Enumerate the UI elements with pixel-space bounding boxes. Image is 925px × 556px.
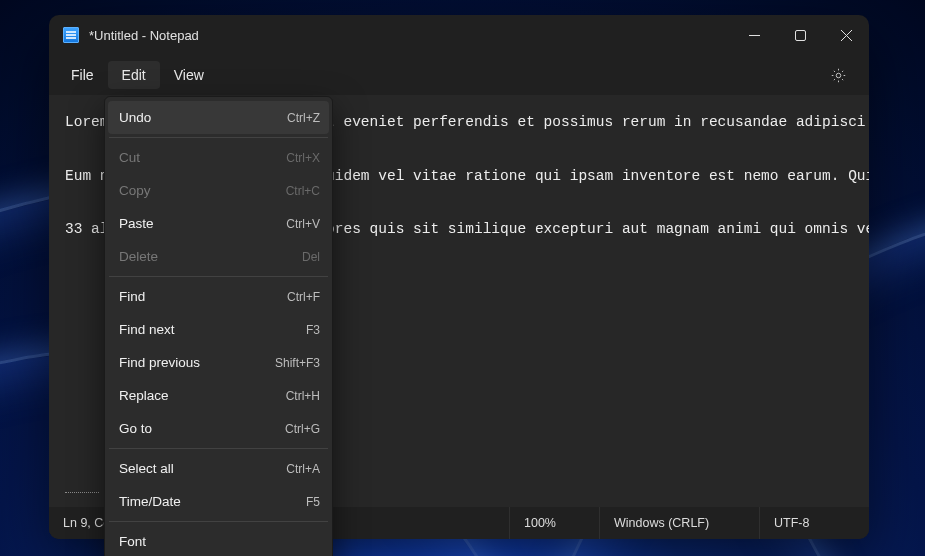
svg-point-4 bbox=[836, 73, 841, 78]
menu-time-date[interactable]: Time/Date F5 bbox=[105, 485, 332, 518]
menu-item-shortcut: Ctrl+Z bbox=[287, 111, 320, 125]
menu-find-next[interactable]: Find next F3 bbox=[105, 313, 332, 346]
menu-item-shortcut: Ctrl+H bbox=[286, 389, 320, 403]
menu-item-label: Find bbox=[119, 289, 145, 304]
settings-button[interactable] bbox=[821, 58, 855, 92]
menu-view[interactable]: View bbox=[160, 61, 218, 89]
menu-item-label: Copy bbox=[119, 183, 151, 198]
maximize-icon bbox=[795, 30, 806, 41]
menu-item-label: Font bbox=[119, 534, 146, 549]
menu-item-shortcut: Ctrl+G bbox=[285, 422, 320, 436]
notepad-icon bbox=[63, 27, 79, 43]
window-controls bbox=[731, 15, 869, 55]
menu-undo[interactable]: Undo Ctrl+Z bbox=[108, 101, 329, 134]
menu-item-shortcut: Shift+F3 bbox=[275, 356, 320, 370]
close-button[interactable] bbox=[823, 15, 869, 55]
maximize-button[interactable] bbox=[777, 15, 823, 55]
menu-item-shortcut: Ctrl+F bbox=[287, 290, 320, 304]
menu-edit[interactable]: Edit bbox=[108, 61, 160, 89]
menu-item-label: Cut bbox=[119, 150, 140, 165]
titlebar[interactable]: *Untitled - Notepad bbox=[49, 15, 869, 55]
menu-item-shortcut: Ctrl+C bbox=[286, 184, 320, 198]
menu-item-label: Replace bbox=[119, 388, 169, 403]
menu-item-label: Select all bbox=[119, 461, 174, 476]
status-zoom[interactable]: 100% bbox=[509, 507, 599, 539]
menu-separator bbox=[109, 448, 328, 449]
menu-item-shortcut: Del bbox=[302, 250, 320, 264]
menu-paste[interactable]: Paste Ctrl+V bbox=[105, 207, 332, 240]
menu-find-previous[interactable]: Find previous Shift+F3 bbox=[105, 346, 332, 379]
menu-find[interactable]: Find Ctrl+F bbox=[105, 280, 332, 313]
status-lineend[interactable]: Windows (CRLF) bbox=[599, 507, 759, 539]
menu-item-label: Find next bbox=[119, 322, 175, 337]
menu-item-label: Find previous bbox=[119, 355, 200, 370]
minimize-icon bbox=[749, 30, 760, 41]
menu-item-label: Time/Date bbox=[119, 494, 181, 509]
menu-goto[interactable]: Go to Ctrl+G bbox=[105, 412, 332, 445]
menu-font[interactable]: Font bbox=[105, 525, 332, 556]
menu-item-label: Paste bbox=[119, 216, 154, 231]
menu-separator bbox=[109, 276, 328, 277]
menu-item-shortcut: F5 bbox=[306, 495, 320, 509]
caret-indicator bbox=[65, 492, 99, 493]
menu-separator bbox=[109, 521, 328, 522]
status-encoding[interactable]: UTF-8 bbox=[759, 507, 869, 539]
menu-item-label: Delete bbox=[119, 249, 158, 264]
menubar: File Edit View bbox=[49, 55, 869, 95]
gear-icon bbox=[830, 67, 847, 84]
menu-item-label: Go to bbox=[119, 421, 152, 436]
close-icon bbox=[841, 30, 852, 41]
menu-item-shortcut: Ctrl+V bbox=[286, 217, 320, 231]
window-title: *Untitled - Notepad bbox=[89, 28, 199, 43]
menu-file[interactable]: File bbox=[57, 61, 108, 89]
menu-copy: Copy Ctrl+C bbox=[105, 174, 332, 207]
menu-delete: Delete Del bbox=[105, 240, 332, 273]
menu-item-label: Undo bbox=[119, 110, 151, 125]
edit-menu-dropdown: Undo Ctrl+Z Cut Ctrl+X Copy Ctrl+C Paste… bbox=[104, 96, 333, 556]
menu-cut: Cut Ctrl+X bbox=[105, 141, 332, 174]
menu-replace[interactable]: Replace Ctrl+H bbox=[105, 379, 332, 412]
menu-item-shortcut: Ctrl+X bbox=[286, 151, 320, 165]
svg-rect-1 bbox=[795, 30, 805, 40]
minimize-button[interactable] bbox=[731, 15, 777, 55]
menu-item-shortcut: F3 bbox=[306, 323, 320, 337]
menu-item-shortcut: Ctrl+A bbox=[286, 462, 320, 476]
menu-select-all[interactable]: Select all Ctrl+A bbox=[105, 452, 332, 485]
menu-separator bbox=[109, 137, 328, 138]
